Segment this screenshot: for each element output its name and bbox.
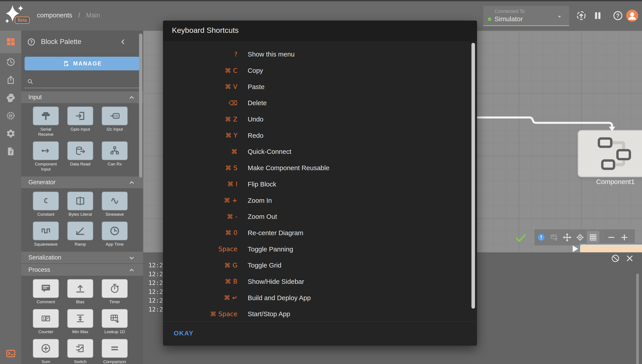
svg-text:1: 1 [43,316,45,321]
shortcut-keys: ⌘ V [163,83,237,90]
block-lookup-1d[interactable] [102,309,128,328]
pan-button[interactable] [561,231,573,244]
locate-button[interactable] [574,231,586,244]
target-icon [576,233,584,242]
block-counter[interactable]: 12 [33,309,59,328]
search-input[interactable] [37,78,140,85]
section-label: Input [28,94,42,101]
block-i2c-input[interactable]: I²C [102,106,128,125]
console-clear-button[interactable] [611,254,620,263]
rail-rust[interactable]: R [0,107,21,124]
shortcut-label: Show/Hide Sidebar [248,278,304,286]
dialog-footer: OKAY [163,321,477,346]
manage-button[interactable]: MANAGE [25,57,140,70]
block-can-rx[interactable] [102,141,128,160]
app-window: Component1 12:212:212:212:212:212:2 R ? … [0,0,642,364]
shortcut-label: Show this menu [248,50,295,58]
block-switch[interactable] [67,339,93,358]
rail-python[interactable] [0,89,21,107]
block-cell-bias: Bias [68,279,93,304]
section-header-input[interactable]: Input [21,91,143,104]
block-app-time[interactable] [102,222,128,240]
component-node[interactable] [578,131,642,176]
block-serial-receive[interactable] [33,106,59,125]
block-component-input[interactable] [33,141,59,160]
block-min-max[interactable] [67,309,93,328]
block-grid: CommentBiasTimer12CounterMin MaxLookup 1… [21,276,143,364]
rail-export[interactable] [0,71,21,89]
block-bias[interactable] [67,279,93,298]
connection-select[interactable]: Connected To Simulator [483,6,569,26]
palette-scrollbar[interactable] [139,34,142,178]
counter-icon: 12 [40,313,51,324]
shortcut-keys: ⌫ [163,99,237,107]
alerts-button[interactable] [535,231,547,244]
block-bytes-literal[interactable] [67,192,93,210]
breadcrumb: components / Main [37,0,100,30]
chevron-up-icon [128,179,135,186]
export-icon [6,75,16,85]
svg-text:C: C [44,197,48,205]
collapse-panel-button[interactable] [119,38,127,46]
block-label: Can Rx [108,162,122,167]
dialog-header: Keyboard Shortcuts [163,20,477,41]
block-squarewave[interactable] [33,222,59,240]
dialog-title: Keyboard Shortcuts [172,26,239,34]
serial-icon [40,110,51,122]
palette-help-icon[interactable]: ? [27,38,36,46]
table-visibility-button[interactable] [548,231,560,244]
shortcut-label: Make Component Reusable [248,164,330,172]
rail-block-palette[interactable] [0,30,21,53]
zoom-out-button[interactable] [605,231,618,244]
svg-text:I²C: I²C [114,114,118,118]
shortcut-row: ⌘ +Zoom In [163,192,477,208]
switch-icon [75,343,86,354]
block-label: Constant [37,212,54,217]
help-button[interactable]: ? [612,10,623,21]
block-timer[interactable] [102,279,128,298]
block-gpio-input[interactable] [67,106,93,125]
block-constant[interactable]: C [33,192,59,210]
shortcut-label: Toggle Panning [248,246,293,253]
shortcut-keys: ⌘ Z [163,116,237,123]
block-ramp[interactable] [67,222,93,240]
shortcut-row: ⌘Quick-Connect [163,144,477,160]
rail-terminal[interactable] [0,348,21,359]
block-label: Serial Receive [33,126,58,137]
console-scrollbar[interactable] [636,274,639,364]
dialog-scrollbar[interactable] [471,43,475,308]
okay-button[interactable]: OKAY [170,328,198,339]
rail-code-file[interactable] [0,142,21,160]
deploy-button[interactable] [576,10,586,21]
shortcut-list: ?Show this menu⌘ CCopy⌘ VPaste⌫Delete⌘ Z… [163,41,477,322]
breadcrumb-page[interactable]: Main [86,12,100,19]
manage-book-gear-icon [62,60,70,67]
breadcrumb-section[interactable]: components [37,12,72,19]
block-sum[interactable] [33,339,59,358]
search-icon [27,78,34,85]
block-label: Squarewave [34,242,58,247]
block-sinewave[interactable] [102,192,128,210]
selected-block[interactable] [578,243,642,252]
block-cell-comment: Comment [33,279,58,304]
block-cell-component-input: Component Input [33,141,58,172]
section-header-generator[interactable]: Generator [21,176,143,188]
block-comment[interactable] [33,279,59,298]
rail-history[interactable] [0,53,21,71]
zoom-in-button[interactable] [618,231,630,244]
section-header-serialization[interactable]: Serialization [21,252,143,264]
block-data-read[interactable] [67,141,93,160]
node-label: Component1 [578,178,642,186]
section-header-process[interactable]: Process [21,264,143,276]
breadcrumb-separator: / [78,12,80,19]
connection-value: Simulator [494,15,523,23]
account-avatar[interactable] [626,10,638,22]
toggle-grid-button[interactable] [587,231,599,244]
console-close-button[interactable] [625,254,634,263]
block-cell-min-max: Min Max [68,309,93,334]
rail-settings[interactable] [0,124,21,142]
block-comparison[interactable] [102,339,128,358]
pause-button[interactable] [592,10,603,21]
console-line: 12:2 [148,270,163,279]
grid3-icon [588,233,597,242]
